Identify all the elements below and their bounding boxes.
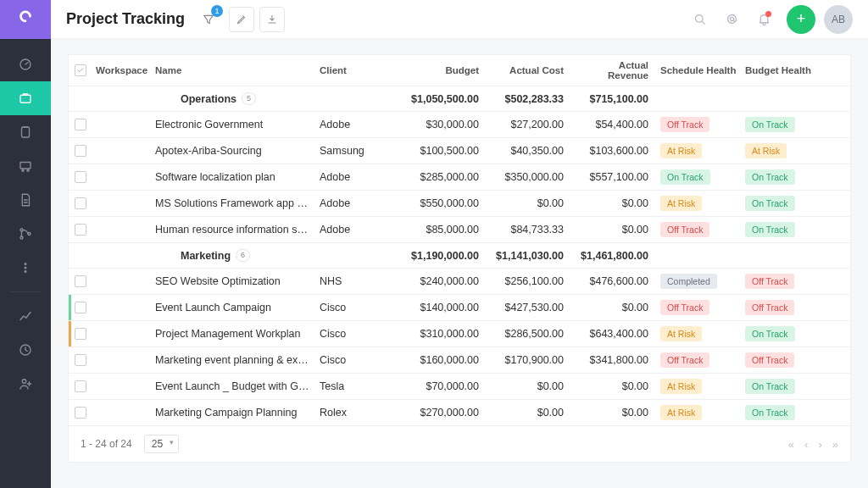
pager-first[interactable]: « [788,438,794,451]
edit-button[interactable] [229,7,254,32]
pager-nav: « ‹ › » [788,438,838,451]
table-row[interactable]: SEO Website OptimizationNHS$240,000.00$2… [69,269,850,295]
svg-point-5 [27,169,29,171]
col-schedule[interactable]: Schedule Health [660,65,745,75]
nav-tasks[interactable] [0,115,51,149]
download-button[interactable] [259,7,285,32]
table-row[interactable]: Marketing event planning & executi…Cisco… [69,347,850,374]
nav-separator [10,291,41,292]
nav-analytics[interactable] [0,299,51,333]
row-checkbox[interactable] [75,302,86,313]
col-cost[interactable]: Actual Cost [491,65,576,75]
svg-point-14 [695,15,703,23]
table-row[interactable]: Marketing Campaign PlanningRolex$270,000… [69,400,850,426]
page-size-select[interactable]: 25 [144,435,179,453]
nav-docs[interactable] [0,183,51,217]
table-row[interactable]: Apotex-Ariba-SourcingSamsung$100,500.00$… [69,138,850,164]
select-all-checkbox[interactable] [75,64,86,76]
add-button[interactable]: + [787,5,815,34]
col-revenue[interactable]: Actual Revenue [576,60,660,80]
table-row[interactable]: Software localization planAdobe$285,000.… [69,164,850,191]
table-row[interactable]: Human resource information syste…Adobe$8… [69,217,850,243]
svg-point-9 [25,263,26,265]
table-row[interactable]: Electronic GovernmentAdobe$30,000.00$27,… [69,112,850,138]
nav-time[interactable] [0,333,51,367]
sidebar [0,0,51,488]
row-checkbox[interactable] [75,275,86,287]
row-checkbox[interactable] [75,171,86,183]
svg-rect-2 [22,127,30,137]
page-title: Project Tracking [66,10,185,28]
filter-button[interactable]: 1 [197,8,220,31]
pager-next[interactable]: › [818,438,821,451]
table-header: Workspace Name Client Budget Actual Cost… [69,55,850,86]
group-row[interactable]: Operations5$1,050,500.00$502,283.33$715,… [69,86,850,112]
avatar[interactable]: AB [824,5,853,34]
table-row[interactable]: MS Solutions Framework app devel…Adobe$5… [69,191,850,217]
pager-last[interactable]: » [832,438,838,451]
pager: 1 - 24 of 24 25 « ‹ › » [69,426,850,462]
nav-projects[interactable] [0,81,51,115]
row-checkbox[interactable] [75,224,86,236]
project-table: Workspace Name Client Budget Actual Cost… [68,54,851,463]
nav-more[interactable] [0,251,51,285]
row-checkbox[interactable] [75,145,86,157]
col-budget[interactable]: Budget [398,65,491,75]
svg-point-10 [25,267,26,269]
svg-point-13 [22,380,26,384]
row-checkbox[interactable] [75,197,86,209]
table-row[interactable]: Event Launch CampaignCisco$140,000.00$42… [69,295,850,321]
pager-prev[interactable]: ‹ [804,438,808,451]
col-workspace[interactable]: Workspace [92,65,155,75]
bell-icon[interactable] [749,5,778,34]
table-row[interactable]: Project Management WorkplanCisco$310,000… [69,321,850,347]
table-row[interactable]: Event Launch _ Budget with Gantt …Tesla$… [69,374,850,400]
row-checkbox[interactable] [75,328,86,340]
nav-people[interactable] [0,367,51,401]
svg-point-15 [730,17,733,20]
nav-dashboard[interactable] [0,47,51,81]
nav-git[interactable] [0,217,51,251]
mentions-icon[interactable] [717,5,746,34]
col-budget-health[interactable]: Budget Health [745,65,821,75]
search-icon[interactable] [685,5,714,34]
nav-team[interactable] [0,149,51,183]
col-client[interactable]: Client [320,65,398,75]
pager-range: 1 - 24 of 24 [81,438,132,450]
svg-point-4 [22,169,24,171]
row-checkbox[interactable] [75,119,86,130]
col-name[interactable]: Name [155,65,320,75]
logo[interactable] [0,0,51,39]
group-row[interactable]: Marketing6$1,190,000.00$1,141,030.00$1,4… [69,243,850,269]
svg-point-11 [25,271,26,273]
row-checkbox[interactable] [75,354,86,366]
row-checkbox[interactable] [75,380,86,392]
svg-rect-1 [20,95,31,103]
svg-rect-3 [20,163,31,169]
topbar: Project Tracking 1 + AB [51,0,868,39]
row-checkbox[interactable] [75,407,86,419]
filter-badge: 1 [211,5,223,17]
